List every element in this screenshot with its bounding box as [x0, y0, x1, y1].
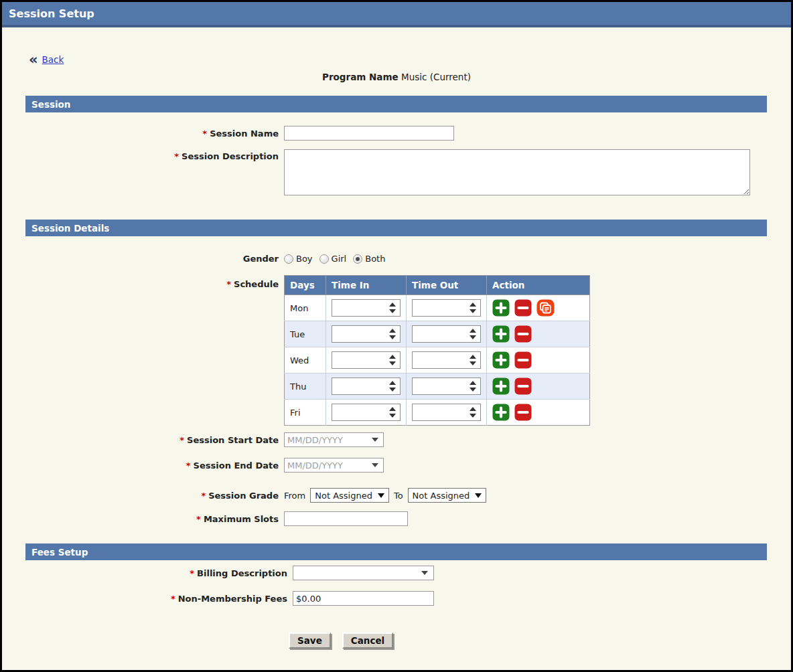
remove-schedule-icon[interactable]: [514, 325, 532, 343]
remove-schedule-icon[interactable]: [514, 377, 532, 395]
time-out-spinner-mon[interactable]: [412, 299, 481, 317]
select-arrow-icon: [475, 493, 482, 498]
add-schedule-icon[interactable]: [492, 299, 510, 317]
maximum-slots-input[interactable]: [284, 511, 408, 526]
save-button[interactable]: Save: [289, 633, 331, 649]
radio-selected-icon[interactable]: [353, 254, 362, 264]
gender-option-both-label: Both: [365, 254, 385, 264]
back-nav[interactable]: « Back: [29, 54, 791, 65]
grade-from-select[interactable]: Not Assigned: [310, 488, 389, 503]
remove-schedule-icon[interactable]: [514, 299, 532, 317]
spinner-arrows-icon[interactable]: [470, 329, 476, 339]
schedule-row-mon: Mon: [285, 295, 590, 321]
time-out-spinner-wed[interactable]: [412, 351, 481, 369]
session-name-label: *Session Name: [25, 129, 279, 139]
dropdown-arrow-icon[interactable]: [372, 463, 378, 467]
time-in-input[interactable]: [337, 353, 389, 367]
maximum-slots-label: *Maximum Slots: [25, 514, 279, 524]
add-schedule-icon[interactable]: [492, 404, 510, 421]
required-asterisk: *: [202, 129, 207, 139]
session-start-date-row: *Session Start Date: [25, 432, 791, 447]
session-end-date-row: *Session End Date: [25, 458, 791, 473]
session-description-textarea[interactable]: [284, 149, 750, 195]
program-name-value: Music (Current): [401, 72, 471, 82]
program-name-label: Program Name: [322, 72, 399, 82]
billing-description-label: *Billing Description: [25, 568, 287, 578]
time-in-input[interactable]: [337, 327, 389, 341]
session-end-date-picker[interactable]: [284, 458, 384, 473]
session-name-input[interactable]: [284, 126, 454, 141]
session-description-label: *Session Description: [25, 149, 279, 161]
required-asterisk: *: [174, 151, 179, 161]
spinner-arrows-icon[interactable]: [389, 329, 396, 339]
gender-row: Gender Boy Girl Both: [25, 254, 791, 264]
time-in-input[interactable]: [337, 379, 389, 394]
time-in-spinner-wed[interactable]: [332, 351, 401, 369]
session-grade-controls: From Not Assigned To Not Assigned: [284, 488, 486, 503]
copy-schedule-icon[interactable]: [536, 299, 555, 317]
schedule-col-days: Days: [285, 276, 326, 295]
session-grade-label: *Session Grade: [25, 491, 279, 501]
grade-from-value: Not Assigned: [315, 491, 372, 501]
schedule-row-tue: Tue: [285, 321, 590, 347]
spinner-arrows-icon[interactable]: [389, 303, 396, 313]
dropdown-arrow-icon[interactable]: [421, 571, 428, 575]
time-out-input[interactable]: [417, 405, 470, 420]
page-title-bar: Session Setup: [2, 2, 791, 27]
grade-to-select[interactable]: Not Assigned: [408, 488, 487, 503]
required-asterisk: *: [190, 568, 194, 578]
time-out-input[interactable]: [417, 379, 470, 394]
time-out-spinner-thu[interactable]: [412, 377, 481, 395]
add-schedule-icon[interactable]: [492, 377, 510, 395]
time-in-spinner-tue[interactable]: [332, 325, 401, 343]
schedule-row-thu: Thu: [285, 373, 590, 400]
spinner-arrows-icon[interactable]: [470, 303, 476, 313]
required-asterisk: *: [179, 435, 184, 445]
session-start-date-input[interactable]: [285, 435, 365, 445]
dropdown-arrow-icon[interactable]: [372, 438, 378, 442]
add-schedule-icon[interactable]: [492, 351, 510, 369]
back-chevrons-icon: «: [29, 54, 38, 65]
section-header-session-label: Session: [31, 99, 70, 110]
session-setup-page: Session Setup « Back Program Name Music …: [0, 0, 793, 672]
add-schedule-icon[interactable]: [492, 325, 510, 343]
schedule-row-wed: Wed: [285, 347, 590, 373]
session-end-date-input[interactable]: [285, 460, 365, 471]
time-out-input[interactable]: [417, 301, 470, 315]
time-out-spinner-fri[interactable]: [412, 404, 481, 421]
spinner-arrows-icon[interactable]: [470, 381, 476, 392]
gender-option-girl[interactable]: Girl: [319, 254, 347, 264]
required-asterisk: *: [196, 514, 201, 524]
remove-schedule-icon[interactable]: [514, 404, 532, 421]
remove-schedule-icon[interactable]: [514, 351, 532, 369]
session-start-date-picker[interactable]: [284, 432, 384, 447]
time-in-input[interactable]: [337, 301, 389, 315]
gender-option-both[interactable]: Both: [353, 254, 385, 264]
section-header-fees-setup: Fees Setup: [25, 543, 767, 560]
time-out-input[interactable]: [417, 353, 470, 367]
billing-description-select[interactable]: [293, 566, 434, 580]
time-in-spinner-mon[interactable]: [332, 299, 401, 317]
radio-icon[interactable]: [319, 254, 329, 264]
day-cell: Mon: [285, 295, 326, 321]
billing-description-input[interactable]: [293, 568, 414, 578]
day-cell: Tue: [285, 321, 326, 347]
time-in-spinner-thu[interactable]: [332, 377, 401, 395]
radio-icon[interactable]: [284, 254, 293, 264]
spinner-arrows-icon[interactable]: [470, 355, 476, 365]
time-in-input[interactable]: [337, 405, 389, 420]
time-in-spinner-fri[interactable]: [332, 404, 401, 421]
schedule-label: *Schedule: [25, 275, 279, 289]
spinner-arrows-icon[interactable]: [470, 407, 476, 418]
spinner-arrows-icon[interactable]: [389, 381, 396, 392]
cancel-button[interactable]: Cancel: [342, 633, 393, 649]
non-membership-fees-input[interactable]: [293, 591, 434, 606]
gender-option-boy[interactable]: Boy: [284, 254, 313, 264]
spinner-arrows-icon[interactable]: [389, 407, 396, 418]
time-out-spinner-tue[interactable]: [412, 325, 481, 343]
back-link[interactable]: Back: [42, 54, 64, 65]
time-out-input[interactable]: [417, 327, 470, 341]
spinner-arrows-icon[interactable]: [389, 355, 396, 365]
grade-to-label: To: [394, 491, 403, 501]
billing-description-row: *Billing Description: [25, 566, 791, 580]
